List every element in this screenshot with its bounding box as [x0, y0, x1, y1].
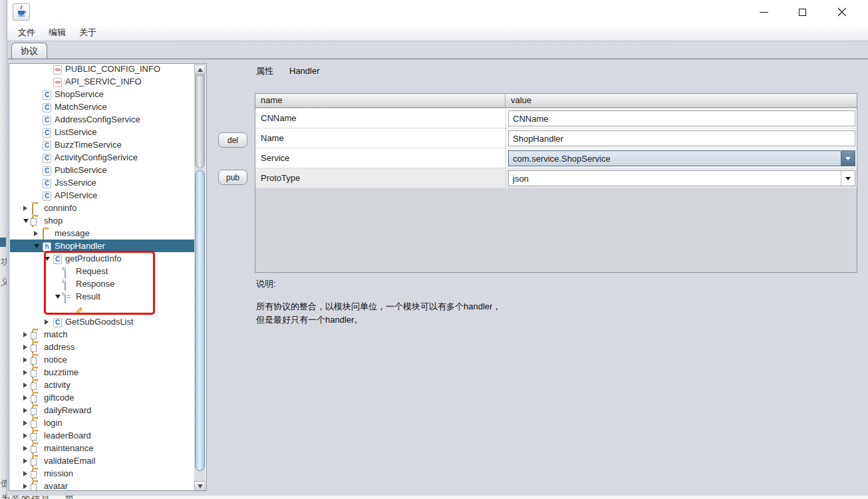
tree-item-label: Response	[76, 279, 115, 289]
tree-item-shop[interactable]: shop	[10, 214, 196, 227]
tree-vertical-scrollbar[interactable]	[194, 65, 206, 491]
selected-value: com.service.ShopService	[513, 154, 611, 164]
tree-item-mission[interactable]: mission	[10, 467, 196, 480]
tree-item-giftcode[interactable]: giftcode	[10, 391, 196, 404]
class-icon: C	[53, 318, 62, 327]
tree-item-activity[interactable]: activity	[10, 379, 196, 391]
chevron-collapsed-icon[interactable]	[23, 206, 27, 211]
close-button[interactable]	[823, 0, 861, 24]
app-window: 文件编辑关于 协议 <>PUBLIC_CONFIG_INFO<>API_SERV…	[7, 0, 868, 496]
chevron-expanded-icon[interactable]	[34, 244, 39, 248]
background-glyph-fragment: 功	[1, 256, 7, 268]
chevron-down-icon[interactable]	[841, 151, 855, 166]
tree-item-message[interactable]: message	[10, 227, 196, 240]
pub-button[interactable]: pub	[218, 170, 247, 185]
chevron-collapsed-icon[interactable]	[34, 231, 38, 236]
tree-item-jssservice[interactable]: CJssService	[10, 176, 196, 189]
tree-item-result[interactable]: Result	[10, 290, 196, 303]
tree-item-request[interactable]: Request	[10, 265, 196, 277]
chevron-expanded-icon[interactable]	[45, 257, 50, 261]
package-icon	[32, 330, 33, 341]
tree-item-getsubgoodslist[interactable]: CGetSubGoodsList	[10, 315, 196, 328]
chevron-collapsed-icon[interactable]	[23, 345, 27, 350]
tree-item-response[interactable]: Response	[10, 277, 196, 290]
chevron-collapsed-icon[interactable]	[23, 395, 27, 401]
scrollbar-track-segment[interactable]	[195, 75, 205, 168]
tree-item-pencil[interactable]	[10, 303, 196, 315]
tree-item-listservice[interactable]: CListService	[10, 126, 196, 138]
class-icon: C	[43, 141, 51, 150]
prototype-select[interactable]: json	[508, 170, 855, 186]
tree-item-public_config_info[interactable]: <>PUBLIC_CONFIG_INFO	[10, 64, 196, 75]
property-name: Name	[261, 133, 284, 143]
chevron-collapsed-icon[interactable]	[23, 446, 27, 451]
chevron-collapsed-icon[interactable]	[23, 420, 27, 426]
tree-item-activityconfigserivice[interactable]: CActivityConfigSerivice	[10, 151, 196, 164]
scrollbar-thumb[interactable]	[195, 170, 205, 471]
tree-item-publicservice[interactable]: CPublicService	[10, 164, 196, 176]
tree-item-addressconfigservice[interactable]: CAddressConfigService	[10, 113, 196, 126]
chevron-collapsed-icon[interactable]	[23, 370, 27, 375]
tree-item-address[interactable]: address	[10, 341, 196, 353]
tree-item-label: JssService	[55, 178, 96, 188]
tree-item-shopservice[interactable]: CShopService	[10, 88, 196, 100]
tree-item-label: GetSubGoodsList	[65, 317, 134, 327]
chevron-collapsed-icon[interactable]	[23, 408, 27, 413]
tree-item-conninfo[interactable]: conninfo	[10, 202, 196, 214]
chevron-down-icon[interactable]	[841, 171, 855, 186]
tree-item-dailyreward[interactable]: dailyReward	[10, 404, 196, 416]
menu-item-2[interactable]: 关于	[74, 25, 102, 41]
minimize-button[interactable]	[744, 0, 783, 24]
scroll-up-button[interactable]	[194, 65, 206, 75]
tree-item-buzztime[interactable]: buzztime	[10, 366, 196, 379]
chevron-collapsed-icon[interactable]	[45, 319, 49, 325]
tree-item-maintenance[interactable]: maintenance	[10, 442, 196, 454]
package-icon	[32, 456, 33, 468]
tree-item-api_servic_info[interactable]: <>API_SERVIC_INFO	[10, 75, 196, 88]
background-window-sliver: 功 义 值	[0, 0, 7, 499]
scroll-down-button[interactable]	[194, 481, 206, 491]
maximize-icon	[799, 9, 806, 16]
column-header-value[interactable]: value	[506, 94, 537, 107]
tree-item-matchservice[interactable]: CMatchService	[10, 100, 196, 113]
class-icon: C	[43, 128, 51, 138]
name-input[interactable]: ShopHandler	[508, 130, 855, 146]
folder-icon	[32, 204, 33, 215]
tree-item-leaderboard[interactable]: leaderBoard	[10, 429, 196, 442]
tree-item-label: API_SERVIC_INFO	[65, 77, 142, 86]
chevron-collapsed-icon[interactable]	[23, 458, 27, 464]
tree-item-label: login	[44, 418, 62, 428]
chevron-collapsed-icon[interactable]	[23, 383, 27, 388]
tree-item-label: MatchService	[55, 102, 107, 112]
tree-item-shophandler[interactable]: hShopHandler	[10, 240, 196, 252]
tree-item-avatar[interactable]: avatar	[10, 480, 196, 490]
java-app-icon[interactable]	[13, 3, 30, 21]
del-button[interactable]: del	[218, 132, 247, 148]
service-select[interactable]: com.service.ShopService	[508, 150, 855, 166]
tree-item-match[interactable]: match	[10, 328, 196, 341]
tab-protocol[interactable]: 协议	[11, 43, 47, 59]
chevron-expanded-icon[interactable]	[23, 219, 29, 223]
maximize-button[interactable]	[783, 0, 821, 24]
menu-item-0[interactable]: 文件	[13, 25, 41, 41]
column-header-name[interactable]: name	[255, 94, 506, 107]
chevron-collapsed-icon[interactable]	[23, 357, 27, 363]
chevron-collapsed-icon[interactable]	[23, 332, 27, 337]
chevron-collapsed-icon[interactable]	[23, 484, 27, 489]
menu-item-1[interactable]: 编辑	[43, 25, 71, 41]
cnname-input[interactable]: CNName	[508, 110, 855, 126]
chevron-expanded-icon[interactable]	[55, 295, 61, 299]
chevron-collapsed-icon[interactable]	[23, 471, 27, 476]
tree-item-getproductinfo[interactable]: CgetProductInfo	[10, 252, 196, 265]
tree-item-apiservice[interactable]: CAPIService	[10, 189, 196, 202]
chevron-collapsed-icon[interactable]	[23, 433, 27, 438]
tree-item-validateemail[interactable]: validateEmail	[10, 454, 196, 467]
tree-item-label: giftcode	[44, 393, 74, 403]
selected-value: json	[513, 174, 529, 184]
property-name: CNName	[261, 113, 296, 123]
tree-item-buzztimeservice[interactable]: CBuzzTimeService	[10, 138, 196, 151]
tree-item-login[interactable]: login	[10, 416, 196, 429]
tree-item-notice[interactable]: notice	[10, 353, 196, 366]
description-label: 说明:	[256, 278, 276, 290]
tree-item-label: ShopService	[55, 89, 104, 99]
